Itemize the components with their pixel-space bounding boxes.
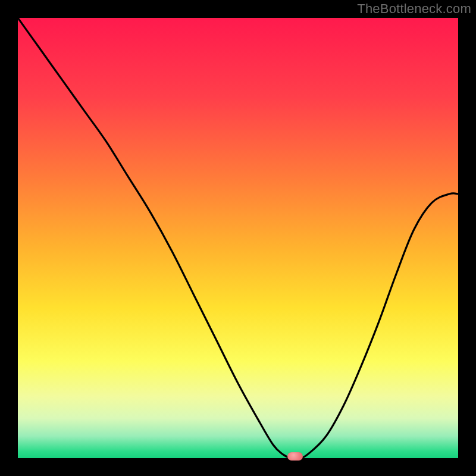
curve-path	[18, 18, 458, 458]
plot-area	[18, 18, 458, 458]
chart-container: TheBottleneck.com	[0, 0, 476, 476]
current-value-marker	[287, 452, 303, 461]
plot-frame	[18, 18, 458, 458]
watermark-text: TheBottleneck.com	[357, 1, 471, 17]
bottleneck-curve	[18, 18, 458, 458]
